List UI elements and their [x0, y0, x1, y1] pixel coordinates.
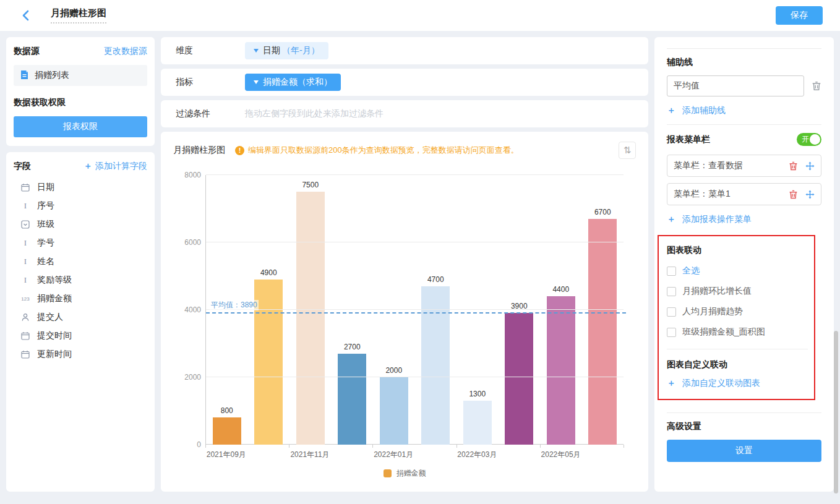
field-item[interactable]: 提交人 — [14, 308, 147, 327]
metric-label: 指标 — [176, 77, 245, 88]
trash-icon[interactable] — [789, 190, 798, 199]
x-axis-tick-label: 2021年09月 — [207, 450, 246, 460]
menu-item[interactable]: 菜单栏：菜单1 — [667, 183, 821, 205]
bar-slot: 6700 — [582, 175, 624, 445]
select-icon — [20, 220, 31, 229]
add-aux-line-link[interactable]: ＋添加辅助线 — [667, 105, 821, 116]
linkage-option-label: 班级捐赠金额_面积图 — [682, 327, 765, 338]
plus-icon: ＋ — [84, 161, 92, 171]
move-icon[interactable] — [805, 161, 815, 171]
menu-bar-title: 报表菜单栏 — [667, 134, 710, 145]
linkage-option[interactable]: 人均月捐赠趋势 — [667, 306, 808, 317]
plus-icon: ＋ — [667, 105, 675, 116]
field-label: 更新时间 — [37, 349, 72, 360]
field-item[interactable]: 更新时间 — [14, 345, 147, 364]
field-item[interactable]: I姓名 — [14, 252, 147, 271]
bar[interactable] — [547, 296, 575, 445]
trash-icon[interactable] — [789, 161, 798, 171]
bar[interactable] — [421, 286, 450, 445]
move-icon[interactable] — [805, 190, 815, 199]
x-axis-tick-label: 2022年01月 — [374, 450, 413, 460]
permission-title: 数据获取权限 — [14, 97, 147, 108]
calendar-icon — [20, 331, 31, 340]
metric-value: 捐赠金额（求和） — [263, 77, 332, 88]
topbar: 月捐赠柱形图 保存 — [0, 0, 840, 31]
bar-slot: 2000 — [373, 175, 415, 445]
field-item[interactable]: 提交时间 — [14, 327, 147, 345]
legend-label: 捐赠金额 — [396, 468, 426, 479]
field-item[interactable]: 班级 — [14, 215, 147, 234]
text-icon: I — [20, 238, 31, 248]
custom-linkage-title: 图表自定义联动 — [667, 359, 808, 370]
bar[interactable] — [463, 401, 492, 445]
back-chevron-icon[interactable] — [17, 7, 33, 23]
bars-container: 800490075002700200047001300390044006700 — [206, 175, 624, 445]
aux-line-title: 辅助线 — [667, 57, 821, 68]
checkbox-icon[interactable] — [667, 287, 676, 296]
x-axis-labels: 2021年09月2021年11月2022年01月2022年03月2022年05月 — [205, 445, 624, 461]
field-item[interactable]: I奖励等级 — [14, 271, 147, 289]
checkbox-icon[interactable] — [667, 328, 676, 337]
add-calc-field-link[interactable]: ＋添加计算字段 — [84, 161, 147, 172]
field-item[interactable]: 123捐赠金额 — [14, 289, 147, 308]
change-datasource-link[interactable]: 更改数据源 — [104, 46, 147, 57]
add-custom-linkage-link[interactable]: ＋添加自定义联动图表 — [667, 378, 808, 389]
number-icon: 123 — [20, 296, 31, 302]
bar[interactable] — [296, 192, 325, 445]
filter-row[interactable]: 过滤条件 拖动左侧字段到此处来添加过滤条件 — [161, 100, 648, 127]
field-item[interactable]: I序号 — [14, 197, 147, 215]
y-axis-tick: 0 — [197, 440, 201, 449]
page-title: 月捐赠柱形图 — [51, 7, 106, 23]
bar-value-label: 4400 — [552, 285, 569, 294]
checkbox-icon[interactable] — [667, 267, 676, 276]
aux-line-input[interactable]: 平均值 — [667, 75, 804, 96]
x-axis-tick-label: 2022年05月 — [541, 450, 581, 460]
field-list: 日期I序号班级I学号I姓名I奖励等级123捐赠金额提交人提交时间更新时间 — [14, 178, 147, 364]
linkage-option-label[interactable]: 全选 — [682, 265, 700, 276]
bar[interactable] — [254, 280, 283, 445]
x-axis-tick-mark — [456, 445, 457, 448]
report-permission-button[interactable]: 报表权限 — [14, 116, 147, 137]
linkage-option[interactable]: 班级捐赠金额_面积图 — [667, 327, 808, 338]
checkbox-icon[interactable] — [667, 307, 676, 317]
field-label: 学号 — [37, 237, 54, 249]
text-icon: I — [20, 257, 31, 267]
menu-toggle[interactable]: 开 — [797, 133, 821, 146]
datasource-item[interactable]: 捐赠列表 — [14, 65, 147, 86]
legend-swatch — [384, 469, 392, 477]
field-item[interactable]: 日期 — [14, 178, 147, 197]
bar[interactable] — [588, 219, 617, 445]
bar-slot: 7500 — [289, 175, 332, 445]
menu-item-label: 菜单栏：查看数据 — [674, 160, 743, 171]
linkage-option-label: 月捐赠环比增长值 — [682, 286, 752, 297]
gridline — [206, 174, 624, 175]
plot-area: 800490075002700200047001300390044006700 … — [205, 175, 624, 445]
bar-value-label: 7500 — [302, 181, 319, 189]
save-button[interactable]: 保存 — [776, 6, 823, 25]
bar[interactable] — [213, 417, 241, 445]
bar[interactable] — [338, 354, 366, 445]
menu-item[interactable]: 菜单栏：查看数据 — [667, 155, 821, 177]
field-item[interactable]: I学号 — [14, 234, 147, 252]
menu-item-label: 菜单栏：菜单1 — [674, 189, 731, 200]
bar[interactable] — [380, 377, 408, 445]
field-label: 序号 — [37, 200, 54, 211]
bar-value-label: 2000 — [385, 366, 402, 375]
dimension-pill[interactable]: 日期 （年-月） — [245, 42, 328, 59]
bar[interactable] — [505, 313, 533, 445]
linkage-option[interactable]: 月捐赠环比增长值 — [667, 286, 808, 297]
main-layout: 数据源 更改数据源 捐赠列表 数据获取权限 报表权限 字段 ＋添加计算字段 日期… — [0, 31, 840, 498]
trash-icon[interactable] — [812, 81, 821, 91]
chart-legend[interactable]: 捐赠金额 — [173, 468, 636, 479]
chart-title: 月捐赠柱形图 — [173, 145, 225, 156]
calendar-icon — [20, 350, 31, 359]
add-menu-link[interactable]: ＋添加报表操作菜单 — [667, 214, 821, 225]
x-axis-tick-mark — [624, 445, 624, 448]
sort-icon[interactable]: ⇅ — [619, 142, 636, 159]
linkage-option-select-all[interactable]: 全选 — [667, 265, 808, 276]
settings-button[interactable]: 设置 — [667, 440, 821, 462]
y-axis-tick: 8000 — [184, 171, 201, 179]
scrollbar-thumb[interactable] — [834, 331, 838, 493]
chevron-down-icon — [254, 49, 259, 53]
metric-pill[interactable]: 捐赠金额（求和） — [245, 74, 341, 91]
